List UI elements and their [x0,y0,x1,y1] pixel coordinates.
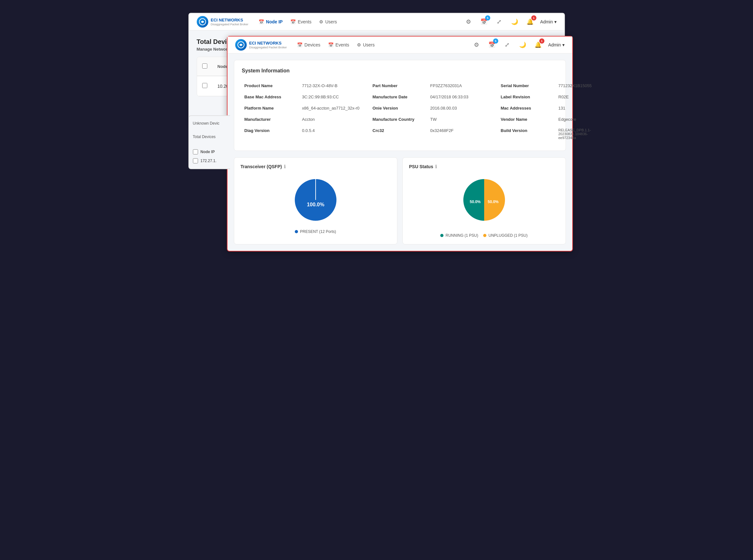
calendar-icon-4: 📅 [328,42,334,47]
partial-row-checkbox[interactable] [193,158,198,163]
partial-checkbox[interactable] [193,149,198,155]
field-value-part-number: FP3ZZ7632031A [428,80,498,91]
psu-legend: RUNNING (1 PSU) UNPLUGGED (1 PSU) [440,229,528,238]
transceiver-chart-container: 100.0% PRESENT (12 Ports) [241,174,391,234]
settings-icon[interactable]: ⚙ [463,17,474,27]
field-value-base-mac: 3C:2C:99:8B:93:CC [300,91,370,102]
partial-left-panel: Unknown Devic Total Devices Node IP 172.… [189,115,230,169]
svg-text:50.0%: 50.0% [470,200,480,204]
gear-icon-2: ⚙ [357,42,361,47]
transceiver-pie: 100.0% [290,174,341,225]
psu-chart-title: PSU Status ℹ [409,164,559,169]
field-value-mfg-country: TW [428,114,498,125]
psu-svg: 50.0% 50.0% [458,174,510,225]
field-value-build: RELEASE_DPB.1.1-20230831.104836-ee972344… [556,125,594,143]
psu-unplugged-dot [483,234,487,237]
field-value-crc32: 0x32468F2F [428,125,498,143]
gear-icon-small: ⚙ [319,19,323,24]
bottom-navbar: ECI NETWORKS Disaggregated Packet Broker… [227,37,572,54]
field-label-part-number: Part Number [370,80,428,91]
nav-events-2[interactable]: 📅 Events [328,42,349,47]
field-value-label-rev: R02E [556,91,594,102]
field-label-onie: Onie Version [370,102,428,114]
calendar-badge-2: 5 [493,38,498,44]
row-checkbox[interactable] [202,83,207,88]
field-value-diag: 0.0.5.4 [300,125,370,143]
system-info-card: System Information Product Name 7712-32X… [234,60,566,151]
select-all-checkbox[interactable] [202,63,207,68]
nav-users[interactable]: ⚙ Users [319,19,337,24]
field-value-manufacturer: Accton [300,114,370,125]
admin-label: Admin [540,19,553,24]
info-icon-transceiver: ℹ [284,164,285,169]
transceiver-legend-dot [295,230,298,233]
select-all-header [197,57,213,76]
nav-links-2: 📅 Devices 📅 Events ⚙ Users [297,42,375,47]
chevron-down-icon: ▾ [554,19,557,24]
logo-icon [197,16,208,27]
charts-row: Transceiver (QSFP) ℹ 100.0% [234,157,566,244]
partial-ip: 172.27.1. [201,159,217,163]
transceiver-legend: PRESENT (12 Ports) [295,229,336,234]
field-label-mfg-date: Manufacture Date [370,91,428,102]
logo-sub-2: Disaggregated Packet Broker [249,46,287,49]
top-navbar: ECI NETWORKS Disaggregated Packet Broker… [189,14,564,31]
field-value-serial-number: 771232X1B15055 [556,80,594,91]
nav-devices-2[interactable]: 📅 Devices [297,42,320,47]
field-label-platform: Platform Name [242,102,300,114]
calendar-icon-2: 📅 [290,19,296,24]
unknown-device-label: Unknown Devic [193,120,226,127]
nav-users-2[interactable]: ⚙ Users [357,42,375,47]
psu-pie: 50.0% 50.0% [458,174,510,225]
field-label-label-rev: Label Revision [498,91,556,102]
admin-menu[interactable]: Admin ▾ [540,19,557,24]
psu-chart-card: PSU Status ℹ 50.0% 50.0% [402,157,566,244]
field-label-diag: Diag Version [242,125,300,143]
total-devices-label: Total Devices [193,133,226,140]
calendar-icon-nav-2[interactable]: 📅5 [487,40,497,50]
expand-icon-2[interactable]: ⤢ [502,40,512,50]
transceiver-chart-card: Transceiver (QSFP) ℹ 100.0% [234,157,397,244]
calendar-badge: 5 [485,15,490,20]
field-label-product-name: Product Name [242,80,300,91]
moon-icon[interactable]: 🌙 [510,17,520,27]
nav-events[interactable]: 📅 Events [290,19,312,24]
nav-right: ⚙ 📅 5 ⤢ 🌙 🔔 1 Admin ▾ [463,17,557,27]
nav-links: 📅 Node IP 📅 Events ⚙ Users [259,19,337,24]
calendar-icon-3: 📅 [297,42,302,47]
bottom-window: ECI NETWORKS Disaggregated Packet Broker… [227,36,573,252]
field-label-base-mac: Base Mac Address [242,91,300,102]
moon-icon-2[interactable]: 🌙 [517,40,528,50]
admin-label-2: Admin [548,42,561,47]
bell-icon[interactable]: 🔔 1 [525,17,535,27]
settings-icon-2[interactable]: ⚙ [471,40,481,50]
logo-2: ECI NETWORKS Disaggregated Packet Broker [235,39,287,51]
chevron-down-icon-2: ▾ [562,42,564,47]
field-value-onie: 2016.08.00.03 [428,102,498,114]
field-value-mac-addr: 131 [556,102,594,114]
info-icon-psu: ℹ [435,164,437,169]
admin-menu-2[interactable]: Admin ▾ [548,42,564,47]
transceiver-svg: 100.0% [290,174,341,225]
bell-icon-2[interactable]: 🔔1 [533,40,543,50]
svg-text:100.0%: 100.0% [306,202,324,207]
psu-unplugged-legend: UNPLUGGED (1 PSU) [483,233,528,238]
logo-sub: Disaggregated Packet Broker [211,23,249,26]
calendar-icon-nav[interactable]: 📅 5 [479,17,489,27]
expand-icon[interactable]: ⤢ [494,17,504,27]
psu-running-dot [440,234,443,237]
nav-right-2: ⚙ 📅5 ⤢ 🌙 🔔1 Admin ▾ [471,40,564,50]
logo-text-2: ECI NETWORKS [249,41,287,46]
row-checkbox-cell [197,76,213,96]
svg-text:50.0%: 50.0% [488,200,498,204]
field-value-product-name: 7712-32X-O-48V-B [300,80,370,91]
nav-devices[interactable]: 📅 Node IP [259,19,283,24]
partial-node-ip-header: Node IP [201,149,215,154]
field-label-serial-number: Serial Number [498,80,556,91]
bell-badge: 1 [531,15,536,20]
field-label-build: Build Version [498,125,556,143]
field-label-vendor-name: Vendor Name [498,114,556,125]
logo-icon-2 [235,39,247,51]
logo-text: ECI NETWORKS [211,18,249,23]
transceiver-chart-title: Transceiver (QSFP) ℹ [241,164,391,169]
